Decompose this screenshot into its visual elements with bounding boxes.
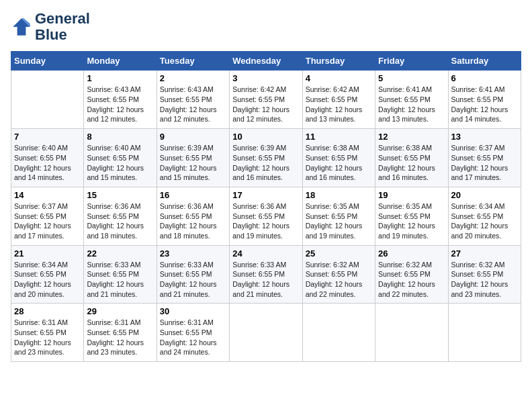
day-number: 25: [306, 248, 372, 259]
day-cell: [11, 71, 84, 129]
day-number: 3: [232, 73, 299, 83]
week-row-3: 14Sunrise: 6:37 AM Sunset: 6:55 PM Dayli…: [11, 187, 521, 245]
day-info: Sunrise: 6:33 AM Sunset: 6:55 PM Dayligh…: [232, 260, 299, 300]
day-info: Sunrise: 6:40 AM Sunset: 6:55 PM Dayligh…: [87, 143, 153, 183]
calendar-table: SundayMondayTuesdayWednesdayThursdayFrid…: [11, 51, 521, 362]
day-cell: 13Sunrise: 6:37 AM Sunset: 6:55 PM Dayli…: [448, 129, 521, 187]
day-number: 22: [87, 248, 153, 259]
day-cell: [375, 304, 448, 362]
day-info: Sunrise: 6:31 AM Sunset: 6:55 PM Dayligh…: [87, 318, 153, 357]
day-number: 24: [232, 248, 299, 259]
day-cell: 6Sunrise: 6:41 AM Sunset: 6:55 PM Daylig…: [448, 71, 521, 129]
day-info: Sunrise: 6:37 AM Sunset: 6:55 PM Dayligh…: [14, 201, 81, 241]
day-info: Sunrise: 6:31 AM Sunset: 6:55 PM Dayligh…: [14, 318, 81, 357]
day-cell: 5Sunrise: 6:41 AM Sunset: 6:55 PM Daylig…: [375, 71, 448, 129]
day-number: 5: [378, 73, 445, 83]
day-cell: 21Sunrise: 6:34 AM Sunset: 6:55 PM Dayli…: [11, 245, 84, 304]
day-number: 16: [160, 190, 226, 200]
day-cell: 23Sunrise: 6:33 AM Sunset: 6:55 PM Dayli…: [157, 245, 229, 304]
day-info: Sunrise: 6:38 AM Sunset: 6:55 PM Dayligh…: [378, 143, 445, 183]
day-info: Sunrise: 6:40 AM Sunset: 6:55 PM Dayligh…: [14, 143, 81, 183]
day-number: 11: [306, 132, 372, 142]
day-info: Sunrise: 6:39 AM Sunset: 6:55 PM Dayligh…: [160, 143, 226, 183]
day-number: 21: [14, 248, 81, 259]
day-info: Sunrise: 6:39 AM Sunset: 6:55 PM Dayligh…: [232, 143, 299, 183]
day-info: Sunrise: 6:37 AM Sunset: 6:55 PM Dayligh…: [451, 143, 518, 183]
day-info: Sunrise: 6:41 AM Sunset: 6:55 PM Dayligh…: [451, 85, 518, 124]
day-cell: 29Sunrise: 6:31 AM Sunset: 6:55 PM Dayli…: [84, 304, 157, 362]
logo-icon: [11, 16, 32, 38]
day-number: 13: [451, 132, 518, 142]
day-info: Sunrise: 6:34 AM Sunset: 6:55 PM Dayligh…: [451, 201, 518, 241]
day-number: 20: [451, 190, 518, 200]
day-cell: 20Sunrise: 6:34 AM Sunset: 6:55 PM Dayli…: [448, 187, 521, 245]
day-number: 26: [378, 248, 445, 259]
day-info: Sunrise: 6:33 AM Sunset: 6:55 PM Dayligh…: [160, 260, 226, 300]
day-info: Sunrise: 6:43 AM Sunset: 6:55 PM Dayligh…: [160, 85, 226, 124]
day-number: 10: [232, 132, 299, 142]
day-number: 15: [87, 190, 153, 200]
day-number: 14: [14, 190, 81, 200]
day-cell: 3Sunrise: 6:42 AM Sunset: 6:55 PM Daylig…: [230, 71, 302, 129]
day-info: Sunrise: 6:42 AM Sunset: 6:55 PM Dayligh…: [306, 85, 372, 124]
day-info: Sunrise: 6:31 AM Sunset: 6:55 PM Dayligh…: [160, 318, 226, 357]
day-cell: 4Sunrise: 6:42 AM Sunset: 6:55 PM Daylig…: [302, 71, 375, 129]
header-cell-thursday: Thursday: [302, 52, 375, 71]
page-header: General Blue: [11, 11, 521, 43]
day-number: 29: [87, 306, 153, 316]
day-cell: 8Sunrise: 6:40 AM Sunset: 6:55 PM Daylig…: [84, 129, 157, 187]
day-number: 8: [87, 132, 153, 142]
day-cell: 26Sunrise: 6:32 AM Sunset: 6:55 PM Dayli…: [375, 245, 448, 304]
week-row-4: 21Sunrise: 6:34 AM Sunset: 6:55 PM Dayli…: [11, 245, 521, 304]
day-info: Sunrise: 6:32 AM Sunset: 6:55 PM Dayligh…: [451, 260, 518, 300]
day-cell: 28Sunrise: 6:31 AM Sunset: 6:55 PM Dayli…: [11, 304, 84, 362]
day-number: 12: [378, 132, 445, 142]
day-info: Sunrise: 6:41 AM Sunset: 6:55 PM Dayligh…: [378, 85, 445, 124]
day-cell: 17Sunrise: 6:36 AM Sunset: 6:55 PM Dayli…: [230, 187, 302, 245]
day-number: 28: [14, 306, 81, 316]
day-info: Sunrise: 6:38 AM Sunset: 6:55 PM Dayligh…: [306, 143, 372, 183]
day-cell: 10Sunrise: 6:39 AM Sunset: 6:55 PM Dayli…: [230, 129, 302, 187]
day-cell: 30Sunrise: 6:31 AM Sunset: 6:55 PM Dayli…: [157, 304, 229, 362]
header-cell-wednesday: Wednesday: [230, 52, 302, 71]
logo-text: General Blue: [35, 11, 90, 43]
day-number: 6: [451, 73, 518, 83]
day-cell: [448, 304, 521, 362]
day-number: 18: [306, 190, 372, 200]
logo: General Blue: [11, 11, 90, 43]
day-cell: 16Sunrise: 6:36 AM Sunset: 6:55 PM Dayli…: [157, 187, 229, 245]
day-number: 2: [160, 73, 226, 83]
week-row-2: 7Sunrise: 6:40 AM Sunset: 6:55 PM Daylig…: [11, 129, 521, 187]
day-cell: 25Sunrise: 6:32 AM Sunset: 6:55 PM Dayli…: [302, 245, 375, 304]
day-cell: 24Sunrise: 6:33 AM Sunset: 6:55 PM Dayli…: [230, 245, 302, 304]
day-number: 27: [451, 248, 518, 259]
day-info: Sunrise: 6:33 AM Sunset: 6:55 PM Dayligh…: [87, 260, 153, 300]
day-info: Sunrise: 6:35 AM Sunset: 6:55 PM Dayligh…: [378, 201, 445, 241]
day-number: 7: [14, 132, 81, 142]
day-info: Sunrise: 6:34 AM Sunset: 6:55 PM Dayligh…: [14, 260, 81, 300]
day-number: 4: [306, 73, 372, 83]
day-cell: 1Sunrise: 6:43 AM Sunset: 6:55 PM Daylig…: [84, 71, 157, 129]
day-cell: 11Sunrise: 6:38 AM Sunset: 6:55 PM Dayli…: [302, 129, 375, 187]
day-info: Sunrise: 6:36 AM Sunset: 6:55 PM Dayligh…: [87, 201, 153, 241]
day-cell: 22Sunrise: 6:33 AM Sunset: 6:55 PM Dayli…: [84, 245, 157, 304]
day-info: Sunrise: 6:36 AM Sunset: 6:55 PM Dayligh…: [160, 201, 226, 241]
calendar-header: SundayMondayTuesdayWednesdayThursdayFrid…: [11, 52, 521, 71]
header-cell-saturday: Saturday: [448, 52, 521, 71]
day-cell: 12Sunrise: 6:38 AM Sunset: 6:55 PM Dayli…: [375, 129, 448, 187]
day-info: Sunrise: 6:42 AM Sunset: 6:55 PM Dayligh…: [232, 85, 299, 124]
day-number: 1: [87, 73, 153, 83]
header-cell-friday: Friday: [375, 52, 448, 71]
day-cell: 9Sunrise: 6:39 AM Sunset: 6:55 PM Daylig…: [157, 129, 229, 187]
day-info: Sunrise: 6:32 AM Sunset: 6:55 PM Dayligh…: [378, 260, 445, 300]
day-number: 30: [160, 306, 226, 316]
day-number: 19: [378, 190, 445, 200]
day-info: Sunrise: 6:32 AM Sunset: 6:55 PM Dayligh…: [306, 260, 372, 300]
day-cell: 19Sunrise: 6:35 AM Sunset: 6:55 PM Dayli…: [375, 187, 448, 245]
day-number: 9: [160, 132, 226, 142]
day-cell: [230, 304, 302, 362]
day-info: Sunrise: 6:36 AM Sunset: 6:55 PM Dayligh…: [232, 201, 299, 241]
week-row-1: 1Sunrise: 6:43 AM Sunset: 6:55 PM Daylig…: [11, 71, 521, 129]
day-cell: 7Sunrise: 6:40 AM Sunset: 6:55 PM Daylig…: [11, 129, 84, 187]
calendar-body: 1Sunrise: 6:43 AM Sunset: 6:55 PM Daylig…: [11, 71, 521, 362]
